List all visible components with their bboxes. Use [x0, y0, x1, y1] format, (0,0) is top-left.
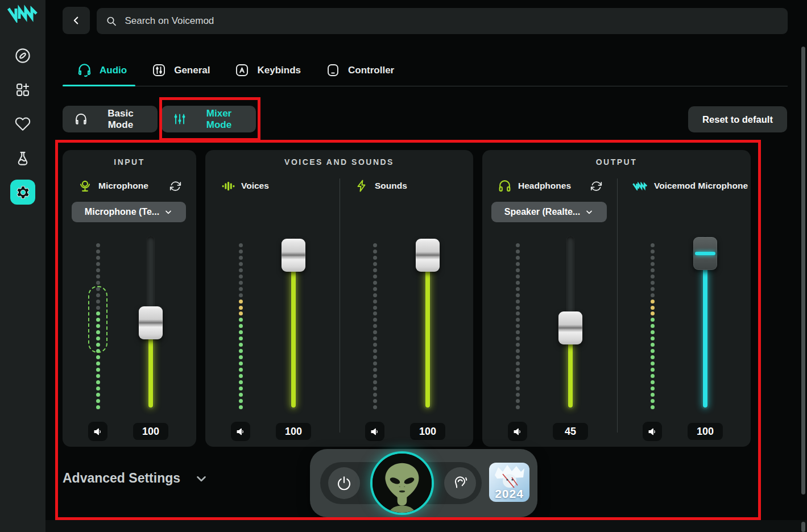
meter-dot — [239, 386, 243, 390]
headphones-icon — [74, 112, 88, 127]
refresh-output-devices-button[interactable] — [590, 180, 602, 192]
meter-dot — [96, 256, 100, 260]
microphone-icon — [78, 179, 92, 193]
meter-dot — [239, 250, 243, 253]
tab-audio[interactable]: Audio — [63, 63, 127, 78]
microphone-device-dropdown[interactable]: Microphone (Te... — [72, 202, 186, 222]
meter-dot — [373, 262, 377, 266]
back-button[interactable] — [63, 7, 90, 34]
refresh-input-devices-button[interactable] — [169, 180, 181, 192]
meter-dot — [239, 256, 243, 260]
meter-dot — [96, 361, 100, 365]
gate-threshold-indicator[interactable] — [88, 286, 107, 353]
active-voice-avatar[interactable] — [370, 451, 434, 515]
meter-dot — [651, 374, 655, 378]
tab-controller[interactable]: Controller — [324, 63, 394, 78]
tab-general[interactable]: General — [150, 63, 210, 78]
headphones-volume-slider[interactable] — [558, 236, 582, 409]
fader-fill — [291, 267, 296, 408]
volume-value: 100 — [276, 423, 311, 440]
voices-volume-slider[interactable] — [282, 236, 305, 409]
meter-dot — [239, 268, 243, 272]
favorites-heart-icon[interactable] — [10, 111, 35, 136]
meter-dot — [373, 250, 377, 253]
fader-knob[interactable] — [282, 239, 305, 272]
explore-compass-icon[interactable] — [10, 43, 35, 68]
meter-dot — [239, 324, 243, 328]
meter-dot — [516, 399, 520, 403]
meter-dot — [373, 256, 377, 260]
meter-dot — [651, 243, 655, 247]
meter-dot — [373, 399, 377, 403]
advanced-settings-toggle[interactable]: Advanced Settings — [63, 471, 209, 486]
meter-dot — [516, 374, 520, 378]
meter-dot — [516, 250, 520, 253]
voice-control-bar: 2024 — [310, 449, 537, 517]
fader-fill — [148, 334, 153, 408]
mute-button[interactable] — [88, 422, 107, 441]
apps-add-icon[interactable] — [10, 77, 35, 102]
speaker-icon — [647, 426, 658, 437]
microphone-volume-slider[interactable] — [139, 236, 163, 409]
meter-dot — [516, 355, 520, 359]
fader-fill — [425, 267, 430, 408]
voicemod-mic-volume-slider[interactable] — [693, 236, 717, 409]
meter-dot — [651, 336, 655, 340]
voice-changer-power-button[interactable] — [328, 467, 360, 499]
search-bar[interactable] — [97, 8, 788, 34]
meter-dot — [239, 343, 243, 347]
mixer-mode-button[interactable]: Mixer Mode — [162, 106, 256, 132]
mute-button[interactable] — [365, 422, 384, 441]
ear-listen-icon — [452, 475, 469, 492]
meter-dot — [516, 262, 520, 266]
meter-dot — [651, 287, 655, 291]
meter-dot — [651, 250, 655, 253]
meter-dot — [516, 343, 520, 347]
year-recap-badge[interactable]: 2024 — [489, 463, 529, 502]
reset-to-default-button[interactable]: Reset to default — [688, 106, 787, 132]
fader-knob[interactable] — [693, 237, 717, 270]
meter-dot — [516, 405, 520, 409]
mute-button[interactable] — [231, 422, 250, 441]
tab-label: General — [174, 65, 210, 76]
meter-dot — [651, 256, 655, 260]
output-device-dropdown[interactable]: Speaker (Realte... — [491, 202, 607, 222]
mute-button[interactable] — [508, 422, 527, 441]
settings-gear-icon[interactable] — [10, 180, 35, 205]
volume-value: 100 — [410, 423, 445, 440]
chevron-down-icon — [164, 207, 173, 217]
speaker-icon — [235, 426, 246, 437]
sounds-bolt-icon — [355, 179, 369, 193]
meter-dot — [373, 343, 377, 347]
hear-myself-button[interactable] — [444, 467, 476, 499]
voicemod-logo-icon — [632, 182, 648, 190]
meter-dot — [516, 380, 520, 384]
meter-dot — [373, 300, 377, 304]
device-label: Voices — [241, 181, 269, 191]
device-label: Headphones — [518, 181, 571, 191]
fader-knob[interactable] — [416, 239, 440, 272]
mute-button[interactable] — [643, 422, 662, 441]
headset-icon — [77, 63, 92, 78]
meter-dot — [373, 349, 377, 353]
labs-flask-icon[interactable] — [10, 146, 35, 171]
search-icon — [106, 15, 117, 27]
fader-knob[interactable] — [139, 306, 163, 339]
tab-keybinds[interactable]: Keybinds — [233, 63, 301, 78]
chevron-down-icon — [194, 471, 209, 486]
badge-year-label: 2024 — [489, 487, 529, 501]
fader-knob[interactable] — [558, 311, 582, 344]
basic-mode-button[interactable]: Basic Mode — [63, 106, 158, 132]
mixer-column-voicemod-microphone: Voicemod Microphone 100 — [617, 150, 751, 447]
scrollbar-thumb-bottom[interactable] — [801, 522, 805, 532]
meter-dot — [96, 393, 100, 397]
volume-value: 100 — [133, 423, 168, 440]
fader-fill — [703, 265, 707, 408]
search-input[interactable] — [125, 15, 779, 27]
meter-dot — [239, 287, 243, 291]
meter-dot — [651, 361, 655, 365]
sounds-volume-slider[interactable] — [416, 236, 440, 409]
volume-value: 45 — [553, 423, 588, 440]
meter-dot — [373, 336, 377, 340]
scrollbar-thumb[interactable] — [801, 47, 805, 494]
